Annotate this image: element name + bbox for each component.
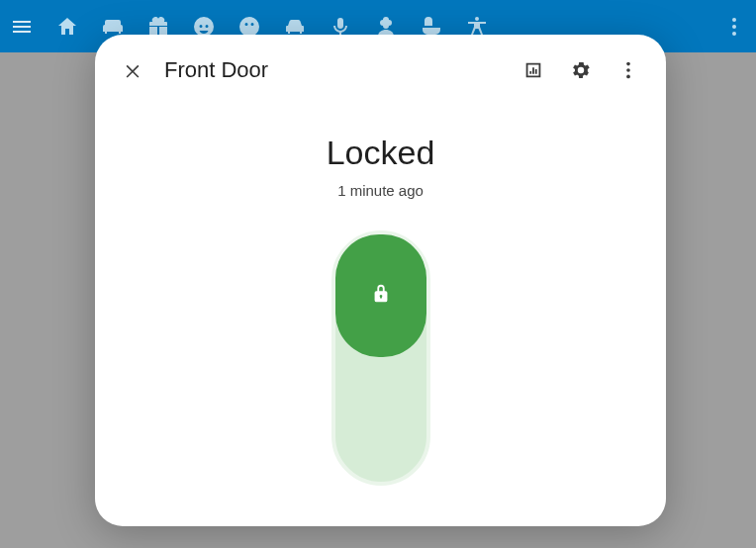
dialog-title: Front Door bbox=[164, 57, 268, 83]
topbar-more-icon[interactable] bbox=[722, 15, 746, 39]
dialog-header: Front Door bbox=[95, 35, 666, 106]
lock-status-subtitle: 1 minute ago bbox=[337, 182, 424, 199]
svg-point-4 bbox=[626, 68, 630, 72]
lock-details-dialog: Front Door Locked 1 minute ago bbox=[95, 35, 666, 526]
lock-toggle-knob bbox=[335, 234, 426, 357]
lock-toggle[interactable] bbox=[331, 230, 430, 486]
lock-status-title: Locked bbox=[327, 134, 435, 172]
settings-icon[interactable] bbox=[567, 56, 595, 84]
close-icon[interactable] bbox=[119, 56, 146, 84]
dialog-more-icon[interactable] bbox=[614, 56, 642, 84]
svg-point-3 bbox=[626, 62, 630, 66]
house-icon[interactable] bbox=[55, 15, 79, 39]
history-chart-icon[interactable] bbox=[520, 56, 547, 84]
svg-point-5 bbox=[626, 75, 630, 79]
menu-icon[interactable] bbox=[10, 15, 34, 39]
lock-icon bbox=[370, 283, 392, 309]
dialog-body: Locked 1 minute ago bbox=[95, 106, 666, 526]
svg-point-0 bbox=[732, 18, 736, 22]
svg-point-2 bbox=[732, 32, 736, 36]
svg-point-1 bbox=[732, 25, 736, 29]
